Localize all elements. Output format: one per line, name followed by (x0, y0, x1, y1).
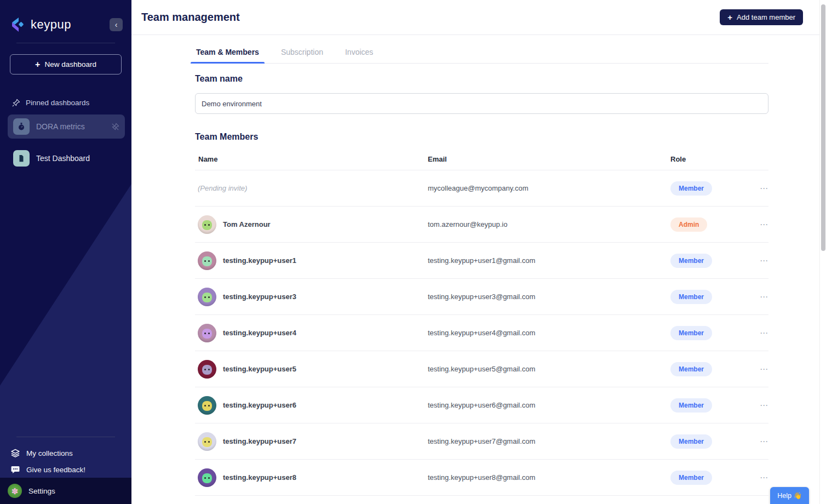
member-email: testing.keypup+user7@gmail.com (425, 437, 667, 445)
sidebar-item-dora-metrics[interactable]: DORA metrics (8, 114, 125, 139)
team-name-heading: Team name (195, 74, 768, 84)
member-avatar (198, 324, 216, 342)
row-actions-menu-button[interactable]: ⋯ (760, 256, 768, 265)
table-row: testing.keypup+user1 testing.keypup+user… (195, 243, 768, 279)
member-name: testing.keypup+user8 (223, 473, 296, 482)
help-button[interactable]: Help 👋 (770, 487, 809, 504)
member-avatar (198, 215, 216, 234)
sidebar: keypup ‹ + New dashboard Pinned dashboar… (0, 0, 131, 504)
member-name: testing.keypup+user3 (223, 293, 296, 301)
user-avatar: ✽ (8, 484, 22, 498)
layers-icon (11, 449, 20, 457)
row-actions-menu-button[interactable]: ⋯ (760, 220, 768, 228)
member-email: testing.keypup+user5@gmail.com (425, 365, 667, 373)
sidebar-item-feedback[interactable]: Give us feedback! (0, 461, 131, 478)
table-body: (Pending invite) mycolleague@mycompany.c… (195, 170, 768, 504)
member-name-cell: (Pending invite) (195, 184, 425, 192)
topbar: Team management + Add team member (131, 0, 826, 35)
page-title: Team management (141, 11, 240, 24)
table-row: testing.keypup+user7 testing.keypup+user… (195, 423, 768, 460)
member-avatar (198, 360, 216, 379)
sidebar-item-settings[interactable]: ✽ Settings (0, 478, 131, 504)
member-email: tom.azernour@keypup.io (425, 220, 667, 228)
member-role-cell: Member (667, 290, 749, 304)
sidebar-item-my-collections[interactable]: My collections (0, 445, 131, 461)
team-members-table: Name Email Role (Pending invite) mycolle… (195, 155, 768, 504)
member-email: mycolleague@mycompany.com (425, 184, 667, 192)
plus-icon: + (727, 13, 732, 22)
vertical-scrollbar (819, 0, 826, 504)
team-members-heading: Team Members (195, 132, 768, 142)
member-role-cell: Member (667, 326, 749, 340)
member-name: testing.keypup+user1 (223, 256, 296, 265)
keypup-logo-icon (10, 16, 26, 33)
row-actions-menu-button[interactable]: ⋯ (760, 365, 768, 373)
sidebar-item-test-dashboard[interactable]: Test Dashboard (8, 146, 125, 170)
member-email: testing.keypup+user8@gmail.com (425, 473, 667, 482)
row-actions-menu-button[interactable]: ⋯ (760, 401, 768, 409)
new-dashboard-button[interactable]: + New dashboard (10, 54, 122, 75)
settings-label: Settings (28, 487, 55, 495)
table-row: testing.keypup+user4 testing.keypup+user… (195, 315, 768, 351)
member-role-cell: Member (667, 362, 749, 376)
table-row: testing.keypup+user5 testing.keypup+user… (195, 351, 768, 387)
member-avatar (198, 468, 216, 487)
role-badge: Member (670, 362, 712, 376)
table-row: ⋯ (195, 496, 768, 504)
column-header-role: Role (667, 155, 749, 163)
member-role-cell: Member (667, 471, 749, 485)
member-name-cell: testing.keypup+user3 (195, 288, 425, 306)
member-role-cell: Member (667, 254, 749, 268)
team-management-content: Team & Members Subscription Invoices Tea… (131, 35, 826, 504)
role-badge: Member (670, 290, 712, 304)
row-actions-menu-button[interactable]: ⋯ (760, 437, 768, 445)
stopwatch-icon (13, 118, 30, 135)
column-header-email: Email (425, 155, 667, 163)
table-row: testing.keypup+user6 testing.keypup+user… (195, 387, 768, 423)
add-team-member-button[interactable]: + Add team member (720, 9, 803, 25)
role-badge: Member (670, 471, 712, 485)
document-icon (13, 150, 30, 167)
role-badge: Member (670, 398, 712, 413)
sidebar-item-label: DORA metrics (36, 122, 85, 131)
plus-icon: + (35, 60, 40, 70)
member-name-cell: testing.keypup+user7 (195, 432, 425, 451)
feedback-icon (11, 465, 20, 474)
role-badge: Member (670, 434, 712, 449)
member-name: testing.keypup+user5 (223, 365, 296, 373)
tab-invoices[interactable]: Invoices (344, 44, 374, 63)
scrollbar-thumb[interactable] (821, 4, 825, 251)
chevron-left-icon: ‹ (115, 20, 118, 29)
member-role-cell: Member (667, 434, 749, 449)
member-avatar (198, 288, 216, 306)
brand-name: keypup (31, 18, 71, 32)
sidebar-collapse-button[interactable]: ‹ (110, 18, 123, 31)
member-email: testing.keypup+user4@gmail.com (425, 329, 667, 337)
member-name-cell: testing.keypup+user4 (195, 324, 425, 342)
role-badge: Admin (670, 217, 707, 232)
member-avatar (198, 251, 216, 270)
table-row: testing.keypup+user3 testing.keypup+user… (195, 279, 768, 315)
unpin-icon[interactable] (111, 123, 119, 131)
member-name: (Pending invite) (198, 184, 247, 192)
member-name: testing.keypup+user4 (223, 329, 296, 337)
row-actions-menu-button[interactable]: ⋯ (760, 473, 768, 482)
tab-team-members[interactable]: Team & Members (195, 44, 260, 63)
sidebar-footer-divider (16, 437, 115, 437)
tab-bar: Team & Members Subscription Invoices (195, 35, 768, 64)
sidebar-item-label: Test Dashboard (36, 154, 90, 163)
row-actions-menu-button[interactable]: ⋯ (760, 184, 768, 192)
member-avatar (198, 396, 216, 415)
member-name: testing.keypup+user6 (223, 401, 296, 409)
footer-item-label: Give us feedback! (26, 466, 85, 474)
member-name-cell: testing.keypup+user1 (195, 251, 425, 270)
member-name-cell: testing.keypup+user5 (195, 360, 425, 379)
member-email: testing.keypup+user6@gmail.com (425, 401, 667, 409)
member-email: testing.keypup+user1@gmail.com (425, 256, 667, 265)
row-actions-menu-button[interactable]: ⋯ (760, 293, 768, 301)
member-role-cell: Member (667, 181, 749, 196)
member-name: Tom Azernour (223, 220, 271, 228)
row-actions-menu-button[interactable]: ⋯ (760, 329, 768, 337)
tab-subscription[interactable]: Subscription (280, 44, 324, 63)
team-name-input[interactable] (195, 93, 768, 114)
